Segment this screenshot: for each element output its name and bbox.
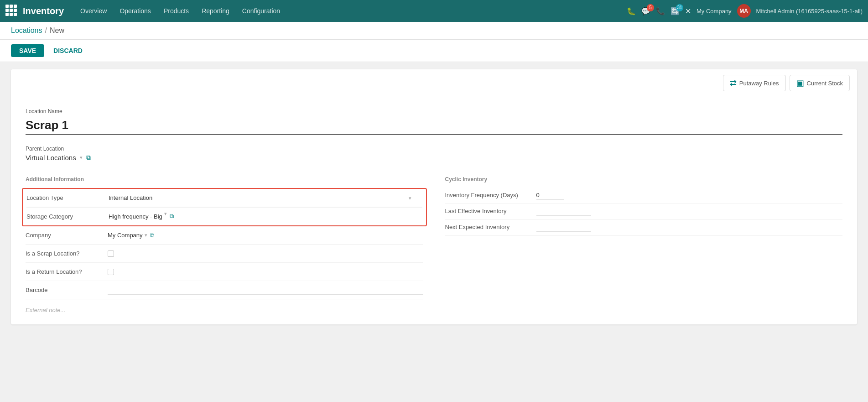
discard-button[interactable]: DISCARD (48, 44, 88, 57)
parent-location-value: Virtual Locations ▾ ⧉ (26, 154, 842, 162)
current-stock-icon: ▣ (796, 78, 804, 88)
barcode-label: Barcode (26, 287, 108, 293)
current-stock-label: Current Stock (807, 80, 843, 87)
company-arrow-icon: ▾ (145, 232, 147, 238)
scrap-location-checkbox[interactable] (108, 251, 114, 257)
location-name-section: Location Name (26, 108, 842, 146)
storage-category-arrow-icon: ▾ (164, 210, 167, 216)
inventory-frequency-value: 0 (536, 192, 564, 200)
next-expected-inventory-label: Next Expected Inventory (445, 224, 536, 230)
inventory-frequency-field: Inventory Frequency (Days) 0 (445, 188, 843, 204)
putaway-rules-label: Putaway Rules (739, 80, 779, 87)
main-content: ⇄ Putaway Rules ▣ Current Stock Location… (0, 62, 868, 332)
phone-icon[interactable]: 📞 (656, 7, 665, 16)
location-type-select-wrapper: Internal Location View Reception Storage… (109, 193, 422, 202)
nav-products[interactable]: Products (158, 5, 194, 17)
location-type-field: Location Type Internal Location View Rec… (26, 189, 422, 207)
avatar[interactable]: MA (737, 4, 751, 18)
company-value[interactable]: My Company (108, 232, 143, 239)
form-body: Location Name Parent Location Virtual Lo… (11, 97, 857, 324)
external-note-area[interactable]: External note... (26, 307, 423, 313)
parent-location-label: Parent Location (26, 146, 842, 152)
company-external-link-icon[interactable]: ⧉ (150, 232, 154, 239)
bug-icon[interactable]: 🐛 (627, 7, 636, 16)
location-name-input[interactable] (26, 116, 842, 135)
breadcrumb-current: New (50, 26, 64, 35)
storage-category-value[interactable]: High frequency - Big (109, 213, 162, 220)
nav-right: 🐛 💬 5 📞 🔄 31 ✕ My Company MA Mitchell Ad… (627, 4, 863, 18)
company-field: Company My Company ▾ ⧉ (26, 226, 423, 245)
nav-operations[interactable]: Operations (114, 5, 156, 17)
nav-overview[interactable]: Overview (75, 5, 112, 17)
storage-category-label: Storage Category (26, 213, 109, 220)
scrap-location-label: Is a Scrap Location? (26, 250, 108, 257)
nav-reporting[interactable]: Reporting (196, 5, 235, 17)
top-nav: Inventory Overview Operations Products R… (0, 0, 868, 22)
parent-location-external-link-icon[interactable]: ⧉ (86, 154, 91, 162)
action-bar: SAVE DISCARD (0, 40, 868, 62)
next-expected-inventory-value (536, 224, 591, 232)
highlighted-fields-group: Location Type Internal Location View Rec… (22, 188, 427, 226)
company-label: Company (26, 232, 108, 239)
grid-menu-icon[interactable] (5, 5, 18, 17)
nav-configuration[interactable]: Configuration (237, 5, 286, 17)
parent-location-text[interactable]: Virtual Locations (26, 154, 76, 162)
location-type-select[interactable]: Internal Location View Reception Storage… (109, 193, 422, 202)
refresh-badge: 31 (676, 4, 683, 11)
app-brand[interactable]: Inventory (23, 6, 64, 16)
scrap-location-field: Is a Scrap Location? (26, 245, 423, 263)
breadcrumb-parent[interactable]: Locations (11, 26, 42, 35)
parent-location-section: Parent Location Virtual Locations ▾ ⧉ (26, 146, 842, 162)
storage-category-select-wrapper: High frequency - Big ▾ ⧉ (109, 213, 422, 220)
location-name-label: Location Name (26, 108, 842, 115)
additional-info-title: Additional Information (26, 176, 423, 183)
last-effective-inventory-label: Last Effective Inventory (445, 208, 536, 214)
user-name[interactable]: Mitchell Admin (16165925-saas-15-1-all) (756, 8, 863, 15)
chat-badge: 5 (647, 4, 654, 11)
smart-buttons: ⇄ Putaway Rules ▣ Current Stock (11, 69, 857, 97)
company-name[interactable]: My Company (696, 8, 732, 15)
current-stock-button[interactable]: ▣ Current Stock (790, 75, 850, 91)
return-location-field: Is a Return Location? (26, 263, 423, 281)
save-button[interactable]: SAVE (11, 44, 44, 57)
form-card: ⇄ Putaway Rules ▣ Current Stock Location… (11, 69, 857, 324)
breadcrumb: Locations / New (0, 22, 868, 40)
putaway-rules-button[interactable]: ⇄ Putaway Rules (723, 75, 786, 91)
parent-location-dropdown-icon[interactable]: ▾ (80, 155, 83, 161)
chat-icon[interactable]: 💬 5 (641, 7, 650, 16)
return-location-checkbox[interactable] (108, 269, 114, 275)
barcode-input[interactable] (108, 286, 423, 295)
nav-menu: Overview Operations Products Reporting C… (75, 5, 627, 17)
close-icon[interactable]: ✕ (685, 7, 691, 16)
next-expected-inventory-field: Next Expected Inventory (445, 220, 843, 236)
cyclic-inventory-title: Cyclic Inventory (445, 176, 843, 183)
putaway-rules-icon: ⇄ (730, 78, 737, 88)
location-type-label: Location Type (26, 194, 109, 201)
col-left: Additional Information Location Type Int… (26, 176, 423, 313)
company-select-wrapper: My Company ▾ ⧉ (108, 232, 423, 239)
storage-category-external-link-icon[interactable]: ⧉ (170, 213, 174, 220)
barcode-field: Barcode (26, 281, 423, 299)
breadcrumb-separator: / (45, 26, 47, 35)
last-effective-inventory-value (536, 208, 591, 216)
refresh-icon[interactable]: 🔄 31 (670, 7, 680, 16)
return-location-label: Is a Return Location? (26, 268, 108, 275)
last-effective-inventory-field: Last Effective Inventory (445, 204, 843, 220)
col-right: Cyclic Inventory Inventory Frequency (Da… (445, 176, 843, 313)
inventory-frequency-label: Inventory Frequency (Days) (445, 192, 536, 198)
storage-category-field: Storage Category High frequency - Big ▾ … (26, 207, 422, 225)
two-col-layout: Additional Information Location Type Int… (26, 176, 842, 313)
